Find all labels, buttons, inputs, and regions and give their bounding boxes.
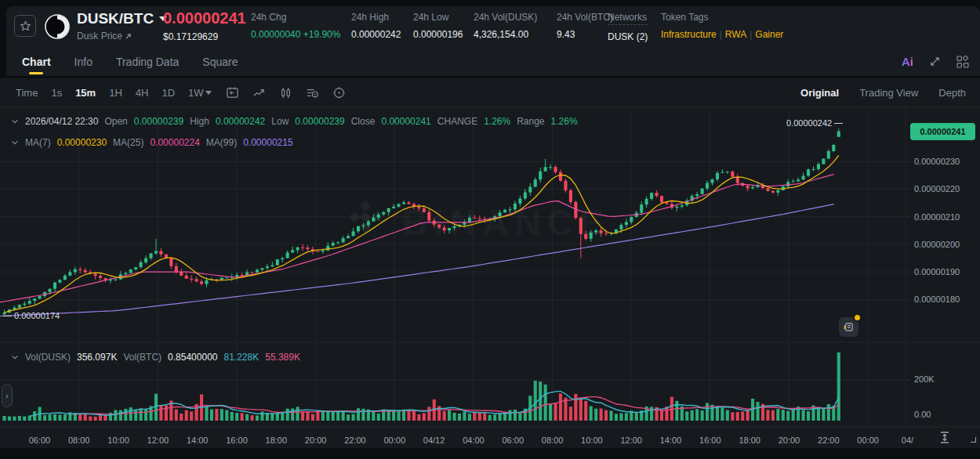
- time-label: 10:00: [581, 436, 603, 445]
- candle-body: [524, 193, 527, 199]
- volume-bar: [463, 412, 466, 421]
- tab-info[interactable]: Info: [74, 47, 93, 76]
- candlestick-chart[interactable]: 06:0008:0010:0012:0014:0016:0018:0020:00…: [0, 78, 980, 448]
- token-tag-rwa[interactable]: RWA: [725, 29, 746, 40]
- volume-bar: [382, 410, 385, 421]
- price-tick-label: 0.00000190: [914, 267, 960, 276]
- volume-bar: [609, 410, 612, 421]
- tab-chart[interactable]: Chart: [22, 47, 51, 76]
- stat-token-tags: Token TagsInfrastructure|RWA|Gainer: [661, 12, 783, 40]
- price-scale-icon[interactable]: [938, 431, 952, 444]
- indicator-settings-icon[interactable]: [306, 86, 319, 99]
- collapse-chevron-icon[interactable]: [11, 139, 19, 146]
- candle-body: [316, 251, 319, 252]
- volume-bar: [675, 401, 678, 421]
- axis-corner-mark[interactable]: [971, 437, 976, 443]
- volume-bar: [165, 405, 168, 421]
- calendar-jump-icon[interactable]: [226, 86, 239, 99]
- candle-body: [68, 272, 71, 276]
- volume-bar: [306, 411, 309, 421]
- candle-body: [660, 196, 663, 202]
- marker-dash: [834, 123, 843, 124]
- volume-bar: [518, 413, 521, 421]
- volume-bar: [13, 417, 16, 421]
- fullscreen-icon[interactable]: [929, 56, 941, 67]
- apps-grid-icon[interactable]: [956, 56, 969, 68]
- candle-body: [710, 179, 713, 183]
- volume-bar: [352, 414, 355, 421]
- vol-label-vol-dusk: Vol(DUSK): [25, 352, 71, 363]
- volume-bar: [225, 410, 228, 421]
- volume-bar: [427, 407, 430, 421]
- candle-body: [675, 207, 678, 208]
- view-depth[interactable]: Depth: [938, 87, 966, 99]
- candle-body: [720, 172, 724, 173]
- interval-more-icon[interactable]: [205, 91, 212, 95]
- interval-15m[interactable]: 15m: [75, 87, 96, 99]
- chart-style-icon[interactable]: [252, 86, 266, 99]
- candle-body: [210, 280, 213, 280]
- volume-bar: [407, 410, 410, 421]
- candle-body: [716, 173, 719, 179]
- ohlc-value-range: 1.26%: [551, 116, 578, 127]
- interval-4h[interactable]: 4H: [136, 87, 149, 99]
- candle-body: [94, 273, 97, 276]
- volume-bar: [412, 410, 416, 421]
- interval-1d[interactable]: 1D: [162, 87, 175, 99]
- view-trading-view[interactable]: Trading View: [859, 87, 918, 99]
- volume-tick-label: 200K: [914, 374, 935, 384]
- volume-bar: [387, 410, 390, 421]
- view-original[interactable]: Original: [800, 87, 839, 99]
- volume-bar: [539, 381, 542, 421]
- stat-value: Infrastructure|RWA|Gainer: [661, 29, 783, 40]
- stat-label: 24h High: [351, 12, 401, 23]
- volume-bar: [119, 410, 122, 421]
- time-label: 00:00: [384, 436, 406, 445]
- volume-bar: [8, 417, 11, 421]
- tab-trading-data[interactable]: Trading Data: [116, 47, 179, 76]
- token-tag-gainer[interactable]: Gainer: [755, 29, 783, 40]
- volume-bar: [514, 410, 517, 421]
- volume-bar: [776, 409, 779, 421]
- binance-watermark: BINANCE: [343, 201, 610, 244]
- volume-bar: [695, 409, 699, 421]
- collapse-chevron-icon[interactable]: [11, 118, 19, 125]
- volume-bar: [726, 410, 729, 421]
- interval-1h[interactable]: 1H: [109, 87, 122, 99]
- time-label: 04/: [902, 436, 914, 445]
- interval-1s[interactable]: 1s: [51, 87, 62, 99]
- time-label: 16:00: [226, 436, 248, 445]
- volume-bar: [771, 410, 775, 421]
- token-tag-infrastructure[interactable]: Infrastructure: [661, 29, 717, 40]
- volume-bar: [230, 412, 234, 421]
- header-stats: 24h Chg0.00000040 +19.90%24h High0.00000…: [6, 6, 980, 47]
- ohlc-label-low: Low: [271, 116, 289, 127]
- interval-1w[interactable]: 1W: [188, 87, 204, 99]
- candle-body: [270, 266, 274, 267]
- candle-body: [18, 305, 21, 308]
- volume-bar: [245, 414, 249, 421]
- volume-pane-expand-handle[interactable]: ›: [2, 384, 13, 407]
- candle-body: [119, 274, 122, 279]
- time-label: 10:00: [107, 436, 129, 445]
- candle-body: [281, 258, 284, 259]
- stat-label[interactable]: Networks: [608, 12, 648, 25]
- price-tick-label: 0.00000220: [914, 184, 960, 193]
- ai-assistant-button[interactable]: Ai: [902, 55, 913, 68]
- price-tick-label: 0.00000200: [914, 240, 960, 249]
- candle-body: [220, 278, 223, 280]
- candle-body: [736, 177, 739, 183]
- chart-settings-icon[interactable]: [332, 86, 346, 99]
- candle-body: [134, 267, 137, 269]
- collapse-chevron-icon[interactable]: [11, 354, 19, 360]
- news-event-chip[interactable]: [839, 317, 858, 337]
- vol-value-1: 0.85400000: [168, 352, 217, 363]
- volume-bar: [569, 407, 572, 421]
- indicators-icon[interactable]: [279, 86, 292, 99]
- candle-body: [534, 179, 537, 186]
- volume-bar: [347, 414, 350, 421]
- volume-bar: [508, 410, 511, 421]
- tab-square[interactable]: Square: [202, 47, 238, 76]
- volume-bar: [625, 413, 628, 421]
- ma-label-ma-25: MA(25): [113, 137, 143, 148]
